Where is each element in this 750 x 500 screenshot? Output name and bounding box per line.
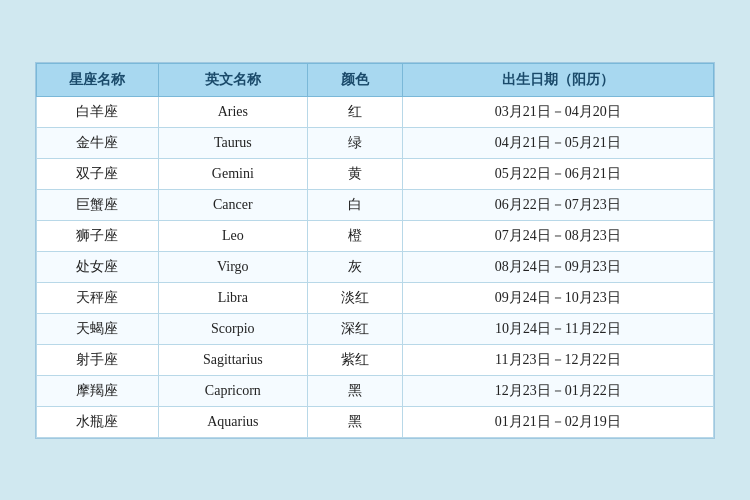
table-row: 天蝎座Scorpio深红10月24日－11月22日 <box>37 313 714 344</box>
cell-date: 07月24日－08月23日 <box>402 220 713 251</box>
cell-chinese: 天蝎座 <box>37 313 159 344</box>
cell-date: 04月21日－05月21日 <box>402 127 713 158</box>
cell-color: 黑 <box>307 406 402 437</box>
cell-english: Aquarius <box>158 406 307 437</box>
cell-english: Cancer <box>158 189 307 220</box>
table-row: 白羊座Aries红03月21日－04月20日 <box>37 96 714 127</box>
cell-english: Taurus <box>158 127 307 158</box>
cell-date: 11月23日－12月22日 <box>402 344 713 375</box>
header-color: 颜色 <box>307 63 402 96</box>
table-row: 水瓶座Aquarius黑01月21日－02月19日 <box>37 406 714 437</box>
cell-chinese: 摩羯座 <box>37 375 159 406</box>
header-date: 出生日期（阳历） <box>402 63 713 96</box>
cell-date: 09月24日－10月23日 <box>402 282 713 313</box>
cell-date: 10月24日－11月22日 <box>402 313 713 344</box>
cell-english: Aries <box>158 96 307 127</box>
cell-color: 紫红 <box>307 344 402 375</box>
cell-english: Sagittarius <box>158 344 307 375</box>
zodiac-table-container: 星座名称 英文名称 颜色 出生日期（阳历） 白羊座Aries红03月21日－04… <box>35 62 715 439</box>
cell-date: 12月23日－01月22日 <box>402 375 713 406</box>
cell-color: 灰 <box>307 251 402 282</box>
zodiac-table: 星座名称 英文名称 颜色 出生日期（阳历） 白羊座Aries红03月21日－04… <box>36 63 714 438</box>
cell-chinese: 白羊座 <box>37 96 159 127</box>
cell-date: 06月22日－07月23日 <box>402 189 713 220</box>
cell-english: Gemini <box>158 158 307 189</box>
cell-chinese: 双子座 <box>37 158 159 189</box>
cell-color: 白 <box>307 189 402 220</box>
cell-chinese: 水瓶座 <box>37 406 159 437</box>
cell-chinese: 处女座 <box>37 251 159 282</box>
cell-english: Capricorn <box>158 375 307 406</box>
cell-date: 05月22日－06月21日 <box>402 158 713 189</box>
table-row: 双子座Gemini黄05月22日－06月21日 <box>37 158 714 189</box>
cell-english: Scorpio <box>158 313 307 344</box>
cell-color: 橙 <box>307 220 402 251</box>
cell-color: 深红 <box>307 313 402 344</box>
cell-chinese: 狮子座 <box>37 220 159 251</box>
cell-chinese: 天秤座 <box>37 282 159 313</box>
table-body: 白羊座Aries红03月21日－04月20日金牛座Taurus绿04月21日－0… <box>37 96 714 437</box>
cell-color: 淡红 <box>307 282 402 313</box>
cell-chinese: 金牛座 <box>37 127 159 158</box>
table-row: 金牛座Taurus绿04月21日－05月21日 <box>37 127 714 158</box>
cell-color: 红 <box>307 96 402 127</box>
cell-color: 黑 <box>307 375 402 406</box>
cell-english: Libra <box>158 282 307 313</box>
table-row: 天秤座Libra淡红09月24日－10月23日 <box>37 282 714 313</box>
table-row: 摩羯座Capricorn黑12月23日－01月22日 <box>37 375 714 406</box>
table-row: 射手座Sagittarius紫红11月23日－12月22日 <box>37 344 714 375</box>
table-header-row: 星座名称 英文名称 颜色 出生日期（阳历） <box>37 63 714 96</box>
cell-date: 01月21日－02月19日 <box>402 406 713 437</box>
table-row: 狮子座Leo橙07月24日－08月23日 <box>37 220 714 251</box>
cell-date: 03月21日－04月20日 <box>402 96 713 127</box>
cell-chinese: 射手座 <box>37 344 159 375</box>
cell-color: 黄 <box>307 158 402 189</box>
cell-date: 08月24日－09月23日 <box>402 251 713 282</box>
table-row: 处女座Virgo灰08月24日－09月23日 <box>37 251 714 282</box>
cell-english: Virgo <box>158 251 307 282</box>
cell-english: Leo <box>158 220 307 251</box>
header-chinese: 星座名称 <box>37 63 159 96</box>
cell-color: 绿 <box>307 127 402 158</box>
header-english: 英文名称 <box>158 63 307 96</box>
table-row: 巨蟹座Cancer白06月22日－07月23日 <box>37 189 714 220</box>
cell-chinese: 巨蟹座 <box>37 189 159 220</box>
